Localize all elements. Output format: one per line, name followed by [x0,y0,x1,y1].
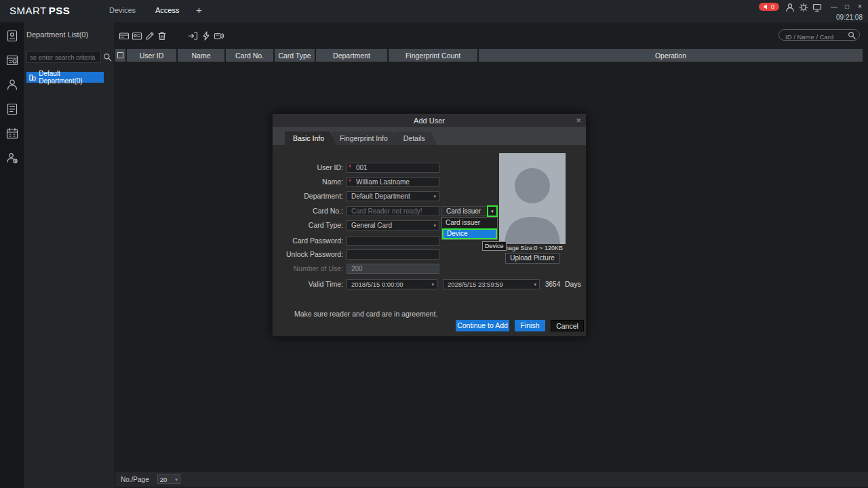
card-source-dropdown-icon: ▾ [491,209,494,214]
dialog-tab-basic-info[interactable]: Basic Info [285,131,336,145]
user-id-label: User ID: [273,163,343,173]
reader-agreement-note: Make sure reader and card are in agreeme… [294,310,437,318]
tab-access[interactable]: Access [155,6,179,14]
card-reader-icon[interactable] [214,30,224,41]
number-of-use-input [347,264,439,274]
valid-days-label: Days [565,279,581,289]
user-search-icon[interactable] [848,31,856,39]
system-clock: 09:21:08 [836,14,863,21]
user-search-box [778,29,860,41]
dialog-tab-fingerprint-info[interactable]: Fingerprint Info [332,131,400,145]
schedule-module-icon[interactable] [5,127,19,140]
dialog-tab-strip: Basic Info Fingerprint Info Details [273,127,586,145]
user-id-input[interactable] [347,163,439,173]
alarm-sound-badge[interactable]: 0 [759,3,779,11]
user-table-header: User ID Name Card No. Card Type Departme… [115,49,863,62]
column-header-name: Name [178,49,224,62]
module-sidebar [0,22,24,488]
minimize-button[interactable]: — [829,2,839,12]
attendance-module-icon[interactable] [5,54,19,67]
card-type-label: Card Type: [273,220,343,230]
department-search-icon[interactable] [103,53,112,62]
name-required-mark: * [349,177,353,187]
monitor-status-icon[interactable] [812,3,822,12]
card-no-input[interactable] [347,206,439,216]
card-type-select[interactable]: General Card ▾ [347,220,439,230]
department-list-title: Department List(0) [26,30,88,39]
delete-trash-icon[interactable] [157,30,167,41]
maximize-button[interactable]: □ [842,2,852,12]
card-type-dropdown-icon: ▾ [433,223,436,228]
card-password-input[interactable] [347,236,439,246]
log-module-icon[interactable] [5,102,19,116]
card-source-dropdown-button[interactable]: ▾ [487,205,498,217]
valid-time-to-picker[interactable]: 2028/5/15 23:59:59 ▾ [443,279,540,289]
unlock-password-label: Unlock Password: [273,249,343,260]
card-type-select-value: General Card [351,222,392,229]
card-source-option-card-issuer[interactable]: Card issuer [442,218,497,228]
card-no-label: Card No.: [273,206,343,216]
settings-gear-icon[interactable] [799,3,808,12]
department-search-input[interactable] [26,51,101,63]
quick-extract-icon[interactable] [201,30,212,41]
department-select-value: Default Department [351,192,410,200]
batch-issue-card-icon[interactable] [119,30,130,41]
new-tab-plus-icon[interactable]: + [196,4,202,16]
page-size-select[interactable]: 20 ▾ [157,474,180,484]
tab-devices[interactable]: Devices [109,6,136,14]
column-header-operation: Operation [479,49,863,62]
person-silhouette-icon [499,153,566,244]
department-label: Department: [273,191,343,201]
page-size-dropdown-icon: ▾ [175,477,178,482]
user-id-required-mark: * [349,163,353,173]
brand-smart: SMART [9,5,47,16]
personnel-module-icon[interactable] [5,78,19,92]
department-tree-item-default[interactable]: Default Department(0) [26,72,104,83]
valid-time-to-dropdown-icon: ▾ [534,282,536,287]
user-account-icon[interactable] [785,3,795,12]
valid-time-to-value: 2028/5/15 23:59:59 [448,281,503,288]
dialog-close-icon[interactable]: × [576,114,581,127]
console-module-icon[interactable] [5,29,19,43]
continue-to-add-button[interactable]: Continue to Add [456,320,509,331]
user-manager-module-icon[interactable] [5,151,19,165]
card-source-dropdown-list: Card issuer Device [441,217,498,240]
close-button[interactable]: × [855,2,865,12]
column-header-fingerprint-count: Fingerprint Count [389,49,477,62]
select-all-checkbox[interactable] [117,52,123,58]
finish-button[interactable]: Finish [515,320,545,331]
page-size-value: 20 [160,476,167,483]
valid-time-from-picker[interactable]: 2018/5/15 0:00:00 ▾ [347,279,437,289]
add-user-card-icon[interactable] [132,30,142,41]
valid-days-value: 3654 [545,279,560,289]
number-of-use-label: Number of Use: [273,264,343,274]
upload-picture-button[interactable]: Upload Picture [505,253,559,264]
edit-pencil-icon[interactable] [144,30,155,41]
valid-time-from-value: 2018/5/15 0:00:00 [351,281,403,288]
brand-pss: PSS [49,5,71,16]
card-source-value: Card issuer [446,207,481,215]
import-users-icon[interactable] [188,30,199,41]
cancel-button[interactable]: Cancel [551,320,584,331]
valid-time-label: Valid Time: [273,279,343,289]
name-label: Name: [273,177,343,187]
department-select[interactable]: Default Department ▾ [347,191,439,201]
image-size-hint: Image Size:0 ~ 120KB [496,245,568,251]
department-icon [29,74,36,81]
card-source-option-device[interactable]: Device [442,228,497,239]
speaker-icon [764,4,769,9]
department-panel: Department List(0) Default Department(0) [24,22,115,488]
alarm-count: 0 [771,3,774,11]
unlock-password-input[interactable] [347,249,439,260]
name-input[interactable] [347,177,439,187]
column-header-card-no: Card No. [226,49,273,62]
app-logo: SMARTPSS [9,5,70,16]
device-tooltip: Device [482,241,507,251]
valid-time-from-dropdown-icon: ▾ [431,282,434,287]
dialog-tab-details[interactable]: Details [395,131,437,145]
select-all-cell [115,49,125,62]
department-dropdown-icon: ▾ [433,194,436,199]
card-password-label: Card Password: [273,236,343,246]
pagination-bar: No./Page 20 ▾ [115,472,868,487]
dialog-title: Add User [273,114,586,127]
